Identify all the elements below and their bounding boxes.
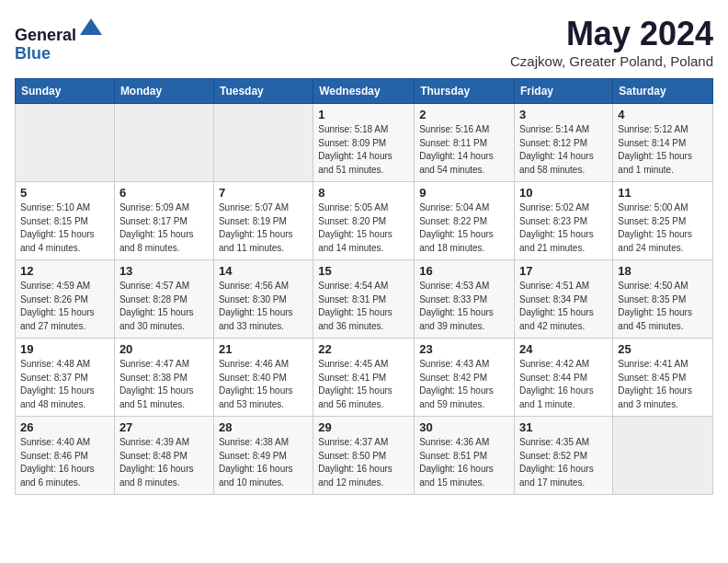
calendar-cell: 9Sunrise: 5:04 AM Sunset: 8:22 PM Daylig… xyxy=(415,182,515,260)
day-number: 13 xyxy=(119,264,209,278)
day-info: Sunrise: 4:37 AM Sunset: 8:50 PM Dayligh… xyxy=(318,436,409,489)
calendar-cell: 31Sunrise: 4:35 AM Sunset: 8:52 PM Dayli… xyxy=(515,417,613,495)
day-info: Sunrise: 4:59 AM Sunset: 8:26 PM Dayligh… xyxy=(20,280,109,333)
month-title: May 2024 xyxy=(510,15,713,53)
day-number: 12 xyxy=(20,264,109,278)
day-info: Sunrise: 5:10 AM Sunset: 8:15 PM Dayligh… xyxy=(20,201,109,255)
calendar-cell: 23Sunrise: 4:43 AM Sunset: 8:42 PM Dayli… xyxy=(415,339,515,417)
day-number: 28 xyxy=(219,420,308,434)
location-title: Czajkow, Greater Poland, Poland xyxy=(510,53,713,69)
day-info: Sunrise: 5:12 AM Sunset: 8:14 PM Dayligh… xyxy=(618,123,708,177)
calendar-cell: 22Sunrise: 4:45 AM Sunset: 8:41 PM Dayli… xyxy=(313,339,415,417)
calendar-cell: 2Sunrise: 5:16 AM Sunset: 8:11 PM Daylig… xyxy=(415,104,515,182)
title-block: May 2024 Czajkow, Greater Poland, Poland xyxy=(510,15,713,69)
day-number: 30 xyxy=(419,420,509,434)
day-info: Sunrise: 4:53 AM Sunset: 8:33 PM Dayligh… xyxy=(419,280,509,333)
calendar-cell: 20Sunrise: 4:47 AM Sunset: 8:38 PM Dayli… xyxy=(114,339,213,417)
calendar-cell: 28Sunrise: 4:38 AM Sunset: 8:49 PM Dayli… xyxy=(213,417,313,495)
calendar-cell: 3Sunrise: 5:14 AM Sunset: 8:12 PM Daylig… xyxy=(515,104,613,182)
day-number: 7 xyxy=(219,186,308,200)
day-info: Sunrise: 4:39 AM Sunset: 8:48 PM Dayligh… xyxy=(119,436,209,489)
day-info: Sunrise: 4:36 AM Sunset: 8:51 PM Dayligh… xyxy=(419,436,509,489)
calendar-cell xyxy=(213,104,313,182)
calendar-header-row: SundayMondayTuesdayWednesdayThursdayFrid… xyxy=(16,79,713,104)
day-info: Sunrise: 5:05 AM Sunset: 8:20 PM Dayligh… xyxy=(318,201,409,255)
weekday-header-thursday: Thursday xyxy=(415,79,515,104)
day-number: 21 xyxy=(219,342,308,356)
day-number: 22 xyxy=(318,342,409,356)
calendar-cell xyxy=(16,104,115,182)
calendar-cell: 24Sunrise: 4:42 AM Sunset: 8:44 PM Dayli… xyxy=(515,339,613,417)
weekday-header-sunday: Sunday xyxy=(16,79,115,104)
calendar-week-3: 12Sunrise: 4:59 AM Sunset: 8:26 PM Dayli… xyxy=(16,260,713,339)
calendar-cell: 1Sunrise: 5:18 AM Sunset: 8:09 PM Daylig… xyxy=(313,104,415,182)
day-info: Sunrise: 4:43 AM Sunset: 8:42 PM Dayligh… xyxy=(419,358,509,411)
day-info: Sunrise: 4:41 AM Sunset: 8:45 PM Dayligh… xyxy=(618,358,708,411)
calendar-cell: 15Sunrise: 4:54 AM Sunset: 8:31 PM Dayli… xyxy=(313,260,415,339)
calendar-body: 1Sunrise: 5:18 AM Sunset: 8:09 PM Daylig… xyxy=(16,104,713,495)
calendar-cell: 6Sunrise: 5:09 AM Sunset: 8:17 PM Daylig… xyxy=(114,182,213,260)
day-number: 25 xyxy=(618,342,708,356)
calendar-cell: 11Sunrise: 5:00 AM Sunset: 8:25 PM Dayli… xyxy=(613,182,713,260)
day-info: Sunrise: 4:51 AM Sunset: 8:34 PM Dayligh… xyxy=(519,280,608,333)
calendar-cell: 17Sunrise: 4:51 AM Sunset: 8:34 PM Dayli… xyxy=(515,260,613,339)
day-info: Sunrise: 5:00 AM Sunset: 8:25 PM Dayligh… xyxy=(618,201,708,255)
day-number: 11 xyxy=(618,186,708,200)
calendar-week-5: 26Sunrise: 4:40 AM Sunset: 8:46 PM Dayli… xyxy=(16,417,713,495)
day-number: 9 xyxy=(419,186,509,200)
day-info: Sunrise: 4:56 AM Sunset: 8:30 PM Dayligh… xyxy=(219,280,308,333)
calendar-cell: 26Sunrise: 4:40 AM Sunset: 8:46 PM Dayli… xyxy=(16,417,115,495)
day-number: 20 xyxy=(119,342,209,356)
day-number: 6 xyxy=(119,186,209,200)
day-number: 5 xyxy=(20,186,109,200)
logo: General Blue xyxy=(15,15,104,63)
day-info: Sunrise: 4:54 AM Sunset: 8:31 PM Dayligh… xyxy=(318,280,409,333)
calendar-cell xyxy=(114,104,213,182)
day-info: Sunrise: 4:35 AM Sunset: 8:52 PM Dayligh… xyxy=(519,436,608,489)
day-number: 29 xyxy=(318,420,409,434)
weekday-header-saturday: Saturday xyxy=(613,79,713,104)
calendar-cell: 13Sunrise: 4:57 AM Sunset: 8:28 PM Dayli… xyxy=(114,260,213,339)
day-info: Sunrise: 4:47 AM Sunset: 8:38 PM Dayligh… xyxy=(119,358,209,411)
day-info: Sunrise: 4:57 AM Sunset: 8:28 PM Dayligh… xyxy=(119,280,209,333)
day-info: Sunrise: 4:40 AM Sunset: 8:46 PM Dayligh… xyxy=(20,436,109,489)
svg-marker-0 xyxy=(80,18,102,35)
calendar-cell: 5Sunrise: 5:10 AM Sunset: 8:15 PM Daylig… xyxy=(16,182,115,260)
weekday-header-monday: Monday xyxy=(114,79,213,104)
logo-icon xyxy=(78,15,104,40)
calendar-cell: 7Sunrise: 5:07 AM Sunset: 8:19 PM Daylig… xyxy=(213,182,313,260)
day-number: 31 xyxy=(519,420,608,434)
calendar-cell xyxy=(613,417,713,495)
calendar-week-2: 5Sunrise: 5:10 AM Sunset: 8:15 PM Daylig… xyxy=(16,182,713,260)
day-info: Sunrise: 5:04 AM Sunset: 8:22 PM Dayligh… xyxy=(419,201,509,255)
day-number: 8 xyxy=(318,186,409,200)
day-number: 4 xyxy=(618,108,708,121)
calendar-cell: 27Sunrise: 4:39 AM Sunset: 8:48 PM Dayli… xyxy=(114,417,213,495)
day-info: Sunrise: 5:09 AM Sunset: 8:17 PM Dayligh… xyxy=(119,201,209,255)
day-number: 10 xyxy=(519,186,608,200)
page-header: General Blue May 2024 Czajkow, Greater P… xyxy=(15,15,713,69)
day-number: 17 xyxy=(519,264,608,278)
day-info: Sunrise: 4:50 AM Sunset: 8:35 PM Dayligh… xyxy=(618,280,708,333)
day-number: 1 xyxy=(318,108,409,121)
day-info: Sunrise: 5:14 AM Sunset: 8:12 PM Dayligh… xyxy=(519,123,608,177)
calendar-table: SundayMondayTuesdayWednesdayThursdayFrid… xyxy=(15,78,713,495)
day-info: Sunrise: 5:18 AM Sunset: 8:09 PM Dayligh… xyxy=(318,123,409,177)
calendar-cell: 18Sunrise: 4:50 AM Sunset: 8:35 PM Dayli… xyxy=(613,260,713,339)
calendar-cell: 8Sunrise: 5:05 AM Sunset: 8:20 PM Daylig… xyxy=(313,182,415,260)
weekday-header-wednesday: Wednesday xyxy=(313,79,415,104)
day-number: 27 xyxy=(119,420,209,434)
logo-blue: Blue xyxy=(15,44,51,63)
weekday-header-tuesday: Tuesday xyxy=(213,79,313,104)
day-info: Sunrise: 4:46 AM Sunset: 8:40 PM Dayligh… xyxy=(219,358,308,411)
day-info: Sunrise: 4:45 AM Sunset: 8:41 PM Dayligh… xyxy=(318,358,409,411)
day-info: Sunrise: 5:07 AM Sunset: 8:19 PM Dayligh… xyxy=(219,201,308,255)
day-number: 2 xyxy=(419,108,509,121)
day-info: Sunrise: 4:48 AM Sunset: 8:37 PM Dayligh… xyxy=(20,358,109,411)
calendar-cell: 29Sunrise: 4:37 AM Sunset: 8:50 PM Dayli… xyxy=(313,417,415,495)
calendar-cell: 30Sunrise: 4:36 AM Sunset: 8:51 PM Dayli… xyxy=(415,417,515,495)
day-number: 3 xyxy=(519,108,608,121)
day-info: Sunrise: 5:16 AM Sunset: 8:11 PM Dayligh… xyxy=(419,123,509,177)
day-number: 16 xyxy=(419,264,509,278)
day-number: 15 xyxy=(318,264,409,278)
